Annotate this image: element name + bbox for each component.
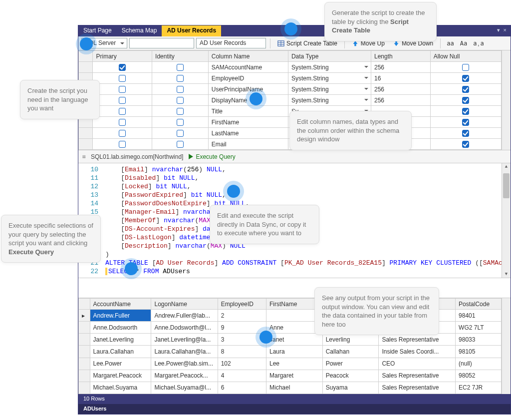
pane-splitter[interactable] [78,278,511,298]
tab-schema-map[interactable]: Schema Map [117,25,162,36]
split-case-button[interactable]: aˌa [471,39,486,48]
column-name-cell[interactable]: FirstName [208,117,288,128]
output-cell[interactable]: 3 [218,334,266,346]
data-type-cell[interactable]: System.String [288,62,371,73]
output-cell[interactable]: CEO [379,358,456,370]
identity-checkbox[interactable] [177,108,184,115]
output-cell[interactable]: Anne.Dodsworth@l... [151,322,218,334]
output-cell[interactable]: 8 [218,346,266,358]
output-header[interactable]: LogonName [151,299,218,310]
allow-null-checkbox[interactable] [462,141,469,148]
schema-row[interactable]: UserPrincipalNameSystem.String256 [79,84,502,95]
output-cell[interactable]: 98401 [456,310,502,322]
column-name-cell[interactable]: EmployeeID [208,73,288,84]
output-header[interactable]: PostalCode [456,299,502,310]
primary-checkbox[interactable] [119,75,126,82]
output-cell[interactable]: 98052 [456,370,502,382]
length-cell[interactable]: 256 [371,62,431,73]
allow-null-checkbox[interactable] [462,119,469,126]
window-controls[interactable]: ▾ × [494,25,511,36]
output-cell[interactable]: 9 [218,322,266,334]
output-row[interactable]: Janet.LeverlingJanet.Leverling@la...3Jan… [79,334,502,346]
output-cell[interactable]: Leverling [322,334,379,346]
output-cell[interactable]: 98033 [456,334,502,346]
output-cell[interactable]: WG2 7LT [456,322,502,334]
output-cell[interactable]: 6 [218,382,266,394]
search-input[interactable] [129,38,194,48]
data-type-cell[interactable]: System.String [288,84,371,95]
output-cell[interactable]: Margaret.Peacock... [151,370,218,382]
output-cell[interactable]: Inside Sales Coordi... [379,346,456,358]
output-cell[interactable]: Margaret [266,370,322,382]
primary-checkbox[interactable] [119,108,126,115]
header-primary[interactable]: Primary [93,51,152,62]
output-cell[interactable]: Janet.Leverling [90,334,151,346]
column-name-cell[interactable]: DisplayName [208,95,288,106]
output-cell[interactable]: 4 [218,370,266,382]
output-cell[interactable]: Peacock [322,370,379,382]
table-name-box[interactable]: AD User Records [196,38,266,48]
header-data-type[interactable]: Data Type [288,51,371,62]
output-cell[interactable]: Michael.Suyama@l... [151,382,218,394]
db-engine-dropdown[interactable]: SQL Server [81,38,127,48]
editor-scrollbar[interactable]: ▲ ▼ [502,163,511,278]
output-cell[interactable]: Andrew.Fuller@lab... [151,310,218,322]
output-cell[interactable]: Sales Representative [379,370,456,382]
output-cell[interactable]: Lee.Power@lab.sim... [151,358,218,370]
allow-null-checkbox[interactable] [462,86,469,93]
execute-query-button[interactable]: Execute Query [188,153,235,160]
schema-scrollbar[interactable] [502,50,511,150]
tab-ad-user-records[interactable]: AD User Records [162,25,221,36]
length-cell[interactable]: 256 [371,84,431,95]
primary-checkbox[interactable] [119,130,126,137]
output-cell[interactable]: Janet [266,334,322,346]
allow-null-checkbox[interactable] [462,64,469,71]
output-cell[interactable]: Power [322,358,379,370]
output-row[interactable]: Lee.PowerLee.Power@lab.sim...102LeePower… [79,358,502,370]
schema-row[interactable]: DisplayNameSystem.String256 [79,95,502,106]
output-cell[interactable]: Sales Representative [379,334,456,346]
identity-checkbox[interactable] [177,64,184,71]
output-cell[interactable]: Margaret.Peacock [90,370,151,382]
header-length[interactable]: Length [371,51,431,62]
primary-checkbox[interactable] [119,64,126,71]
output-cell[interactable]: 102 [218,358,266,370]
tab-start-page[interactable]: Start Page [78,25,117,36]
output-cell[interactable]: Lee [266,358,322,370]
identity-checkbox[interactable] [177,141,184,148]
allow-null-checkbox[interactable] [462,75,469,82]
output-cell[interactable]: Laura [266,346,322,358]
output-cell[interactable]: (null) [456,358,502,370]
identity-checkbox[interactable] [177,75,184,82]
output-row[interactable]: Margaret.PeacockMargaret.Peacock...4Marg… [79,370,502,382]
output-cell[interactable]: Suyama [322,382,379,394]
output-cell[interactable]: Sales Representative [379,382,456,394]
header-column-name[interactable]: Column Name [208,51,288,62]
output-cell[interactable]: Callahan [322,346,379,358]
output-cell[interactable]: Laura.Callahan [90,346,151,358]
output-cell[interactable]: Janet.Leverling@la... [151,334,218,346]
output-scrollbar[interactable] [502,298,511,394]
data-type-cell[interactable]: System.String [288,73,371,84]
header-allow-null[interactable]: Allow Null [430,51,501,62]
output-cell[interactable]: Laura.Callahan@la... [151,346,218,358]
output-cell[interactable]: EC2 7JR [456,382,502,394]
output-cell[interactable]: Anne.Dodsworth [90,322,151,334]
column-name-cell[interactable]: UserPrincipalName [208,84,288,95]
column-name-cell[interactable]: LastName [208,128,288,139]
data-type-cell[interactable]: System.String [288,95,371,106]
output-cell[interactable]: Michael.Suyama [90,382,151,394]
schema-row[interactable]: EmployeeIDSystem.String16 [79,73,502,84]
identity-checkbox[interactable] [177,86,184,93]
length-cell[interactable]: 16 [371,73,431,84]
output-header[interactable]: AccountName [90,299,151,310]
allow-null-checkbox[interactable] [462,108,469,115]
primary-checkbox[interactable] [119,141,126,148]
primary-checkbox[interactable] [119,86,126,93]
allow-null-checkbox[interactable] [462,97,469,104]
column-name-cell[interactable]: SAMAccountName [208,62,288,73]
capitalize-button[interactable]: Aa [458,39,469,48]
output-cell[interactable]: Michael [266,382,322,394]
output-row[interactable]: Michael.SuyamaMichael.Suyama@l...6Michae… [79,382,502,394]
output-cell[interactable]: 98105 [456,346,502,358]
